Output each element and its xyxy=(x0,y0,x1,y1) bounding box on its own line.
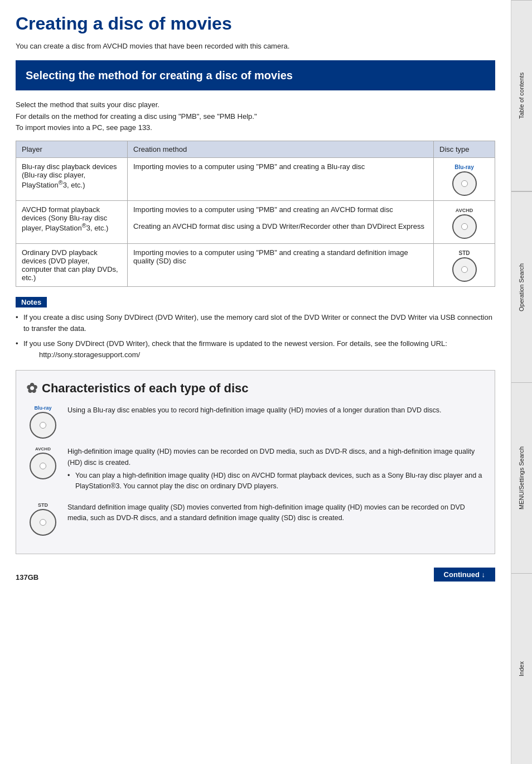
section-intro: Select the method that suits your disc p… xyxy=(16,99,495,134)
characteristics-box: ✿ Characteristics of each type of disc B… xyxy=(16,370,495,554)
page-number: 137GB xyxy=(16,573,38,582)
disc-type-avchd: AVCHD xyxy=(434,201,495,244)
bluray-disc-icon: Blu-ray xyxy=(452,164,477,196)
table-row: Ordinary DVD playback devices (DVD playe… xyxy=(16,244,495,287)
list-item: You can play a high-definition image qua… xyxy=(67,470,485,492)
notes-url: http://sony.storagesupport.com/ xyxy=(23,349,495,361)
std-disc-icon: STD xyxy=(452,250,477,282)
table-header-creation: Creation method xyxy=(128,141,434,158)
disc-circle-bluray xyxy=(452,171,477,196)
intro-text: You can create a disc from AVCHD movies … xyxy=(16,42,495,50)
char-row-std: STD Standard definition image quality (S… xyxy=(26,502,485,536)
page-title: Creating a disc of movies xyxy=(16,13,495,34)
sidebar-tab-toc[interactable]: Table of contents xyxy=(511,0,532,191)
notes-list: If you create a disc using Sony DVDirect… xyxy=(16,312,495,360)
intro-line-2: For details on the method for creating a… xyxy=(16,112,257,121)
creation-method-table: Player Creation method Disc type Blu-ray… xyxy=(16,141,495,287)
characteristics-title: ✿ Characteristics of each type of disc xyxy=(26,381,485,396)
char-text-avchd: High-definition image quality (HD) movie… xyxy=(67,446,485,494)
char-disc-avchd: AVCHD xyxy=(26,446,60,479)
disc-circle-char-avchd xyxy=(30,453,56,479)
notes-box: Notes If you create a disc using Sony DV… xyxy=(16,297,495,360)
disc-circle-char-std xyxy=(30,509,56,536)
sidebar: Table of contents Operation Search MENU/… xyxy=(511,0,532,764)
char-disc-bluray: Blu-ray xyxy=(26,405,60,439)
method-std: Importing movies to a computer using "PM… xyxy=(128,244,434,287)
disc-circle-char-bluray xyxy=(30,412,56,439)
method-avchd: Importing movies to a computer using "PM… xyxy=(128,201,434,244)
section1-header: Selecting the method for creating a disc… xyxy=(16,60,495,90)
disc-type-bluray: Blu-ray xyxy=(434,158,495,201)
char-disc-std: STD xyxy=(26,502,60,536)
intro-line-3: To import movies into a PC, see page 133… xyxy=(16,123,152,132)
player-std: Ordinary DVD playback devices (DVD playe… xyxy=(16,244,128,287)
disc-circle-std xyxy=(452,257,477,282)
table-header-player: Player xyxy=(16,141,128,158)
char-text-std: Standard definition image quality (SD) m… xyxy=(67,502,485,524)
table-row: Blu-ray disc playback devices (Blu-ray d… xyxy=(16,158,495,201)
notes-label: Notes xyxy=(16,297,47,307)
sidebar-tab-index[interactable]: Index xyxy=(511,573,532,764)
method-bluray: Importing movies to a computer using "PM… xyxy=(128,158,434,201)
player-avchd: AVCHD format playback devices (Sony Blu-… xyxy=(16,201,128,244)
disc-type-std: STD xyxy=(434,244,495,287)
char-row-bluray: Blu-ray Using a Blu-ray disc enables you… xyxy=(26,405,485,439)
player-bluray: Blu-ray disc playback devices (Blu-ray d… xyxy=(16,158,128,201)
sun-icon: ✿ xyxy=(26,381,37,396)
sidebar-tab-operation[interactable]: Operation Search xyxy=(511,191,532,382)
table-header-disc: Disc type xyxy=(434,141,495,158)
list-item: If you create a disc using Sony DVDirect… xyxy=(16,312,495,334)
list-item: If you use Sony DVDirect (DVD Writer), c… xyxy=(16,338,495,360)
intro-line-1: Select the method that suits your disc p… xyxy=(16,100,159,109)
disc-circle-avchd xyxy=(452,214,477,239)
continued-button[interactable]: Continued ↓ xyxy=(434,568,495,582)
sidebar-tab-menu[interactable]: MENU/Settings Search xyxy=(511,382,532,573)
main-content: Creating a disc of movies You can create… xyxy=(0,0,511,595)
table-row: AVCHD format playback devices (Sony Blu-… xyxy=(16,201,495,244)
page-footer: 137GB Continued ↓ xyxy=(16,564,495,582)
char-text-bluray: Using a Blu-ray disc enables you to reco… xyxy=(67,405,441,416)
char-row-avchd: AVCHD High-definition image quality (HD)… xyxy=(26,446,485,494)
avchd-disc-icon: AVCHD xyxy=(452,208,477,239)
char-bullet-list-avchd: You can play a high-definition image qua… xyxy=(67,470,485,492)
